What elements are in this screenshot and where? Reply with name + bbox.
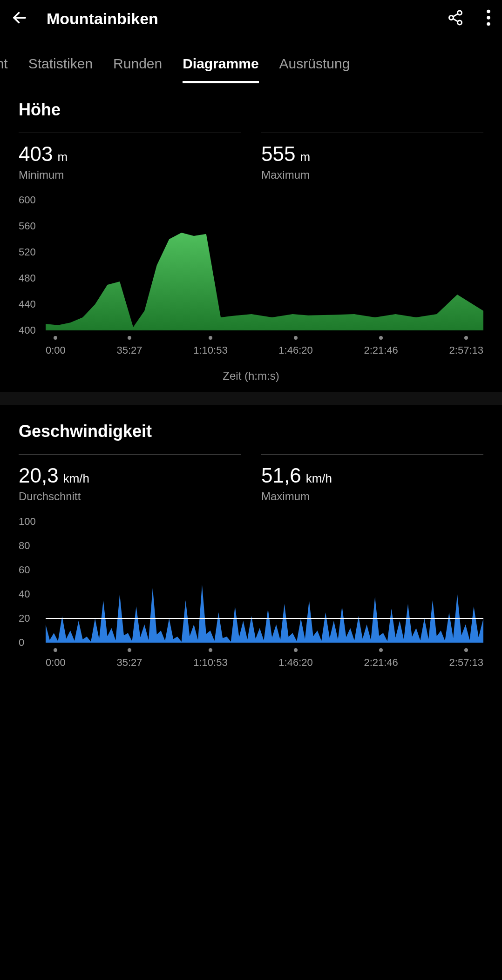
elevation-max-value: 555 [261, 142, 295, 166]
speed-avg-unit: km/h [63, 471, 89, 486]
speed-section: Geschwindigkeit 20,3 km/h Durchschnitt 5… [0, 405, 502, 678]
speed-y-axis: 100806040200 [19, 522, 36, 643]
tab-gear[interactable]: Ausrüstung [279, 56, 350, 81]
x-tick: 1:10:53 [193, 336, 227, 356]
tab-charts[interactable]: Diagramme [183, 56, 258, 83]
speed-max-stat: 51,6 km/h Maximum [261, 454, 483, 503]
tab-laps[interactable]: Runden [113, 56, 162, 81]
svg-line-4 [453, 19, 458, 21]
elevation-min-unit: m [57, 150, 68, 164]
elevation-x-axis: 0:0035:271:10:531:46:202:21:462:57:13 [46, 336, 483, 356]
speed-title: Geschwindigkeit [19, 422, 483, 441]
speed-stats: 20,3 km/h Durchschnitt 51,6 km/h Maximum [19, 454, 483, 503]
elevation-chart: 600560520480440400 0:0035:271:10:531:46:… [19, 200, 483, 383]
speed-max-unit: km/h [306, 471, 332, 486]
x-tick: 2:57:13 [449, 648, 483, 669]
x-tick: 0:00 [46, 648, 66, 669]
x-tick: 2:57:13 [449, 336, 483, 356]
back-button[interactable] [11, 9, 28, 28]
svg-point-8 [487, 22, 490, 26]
tab-overview[interactable]: icht [0, 56, 8, 81]
speed-plot [46, 522, 483, 643]
x-tick: 1:46:20 [278, 336, 312, 356]
svg-point-6 [487, 10, 490, 13]
elevation-plot [46, 200, 483, 330]
header-actions [447, 9, 491, 28]
share-button[interactable] [447, 9, 464, 28]
section-divider [0, 392, 502, 405]
app-header: Mountainbiken [0, 0, 502, 37]
svg-line-5 [453, 14, 458, 17]
elevation-title: Höhe [19, 100, 483, 120]
svg-point-7 [487, 16, 490, 20]
elevation-min-label: Minimum [19, 168, 241, 181]
elevation-max-label: Maximum [261, 168, 483, 181]
page-title: Mountainbiken [47, 10, 428, 28]
elevation-max-stat: 555 m Maximum [261, 133, 483, 181]
speed-avg-line [46, 618, 483, 619]
x-tick: 1:10:53 [193, 648, 227, 669]
speed-avg-stat: 20,3 km/h Durchschnitt [19, 454, 241, 503]
elevation-section: Höhe 403 m Minimum 555 m Maximum 6005605… [0, 83, 502, 392]
elevation-max-unit: m [300, 150, 310, 164]
x-tick: 35:27 [117, 648, 142, 669]
speed-chart: 100806040200 0:0035:271:10:531:46:202:21… [19, 522, 483, 669]
tab-bar: icht Statistiken Runden Diagramme Ausrüs… [0, 37, 502, 83]
elevation-stats: 403 m Minimum 555 m Maximum [19, 133, 483, 181]
elevation-min-value: 403 [19, 142, 53, 166]
menu-button[interactable] [486, 9, 491, 28]
x-tick: 2:21:46 [364, 648, 398, 669]
x-tick: 0:00 [46, 336, 66, 356]
x-tick: 1:46:20 [278, 648, 312, 669]
elevation-x-label: Zeit (h:m:s) [19, 369, 483, 383]
speed-avg-label: Durchschnitt [19, 490, 241, 503]
speed-x-axis: 0:0035:271:10:531:46:202:21:462:57:13 [46, 648, 483, 669]
x-tick: 2:21:46 [364, 336, 398, 356]
speed-avg-value: 20,3 [19, 464, 59, 487]
tab-statistics[interactable]: Statistiken [28, 56, 93, 81]
elevation-y-axis: 600560520480440400 [19, 200, 36, 330]
x-tick: 35:27 [117, 336, 142, 356]
speed-max-value: 51,6 [261, 464, 301, 487]
speed-max-label: Maximum [261, 490, 483, 503]
elevation-min-stat: 403 m Minimum [19, 133, 241, 181]
